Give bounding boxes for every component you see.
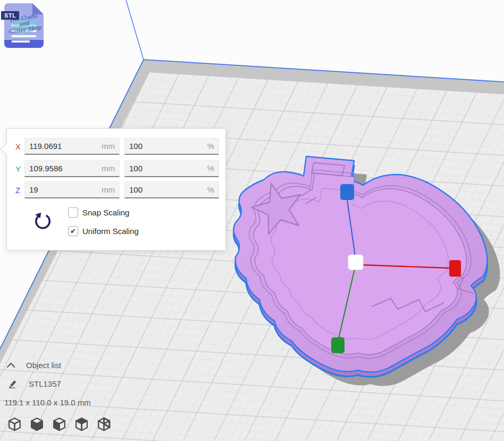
uniform-scaling-label: Uniform Scaling xyxy=(82,227,139,236)
view-3d-button[interactable] xyxy=(7,417,22,431)
scale-row-y: Y mm % xyxy=(15,160,219,177)
stl-file-watermark: The Crafts and Glitter Shop STL xyxy=(4,3,44,48)
reset-arrow-icon xyxy=(33,212,53,231)
object-name: STL1357 xyxy=(29,379,61,388)
unit-label: mm xyxy=(102,185,115,194)
axis-label-y: Y xyxy=(15,164,24,173)
scale-x-mm-field: mm xyxy=(24,138,120,155)
snap-scaling-checkbox[interactable] xyxy=(68,207,78,218)
scale-y-percent-field: % xyxy=(124,160,219,177)
scale-z-percent-field: % xyxy=(124,181,219,198)
camera-view-buttons xyxy=(7,417,111,431)
scale-y-mm-input[interactable] xyxy=(29,164,99,173)
view-left-button[interactable] xyxy=(74,417,89,431)
scale-z-mm-field: mm xyxy=(24,181,120,198)
application-window: The Crafts and Glitter Shop STL X mm % Y… xyxy=(0,0,504,441)
scale-handle-y[interactable] xyxy=(331,337,345,353)
scale-x-percent-field: % xyxy=(124,138,219,155)
scale-row-z: Z mm % xyxy=(15,181,219,198)
scale-z-mm-input[interactable] xyxy=(29,185,99,194)
scale-handle-center[interactable] xyxy=(348,255,363,270)
snap-scaling-label: Snap Scaling xyxy=(82,208,129,217)
scale-x-percent-input[interactable] xyxy=(129,142,205,151)
uniform-scaling-option: ✔ Uniform Scaling xyxy=(68,226,139,236)
scale-y-percent-input[interactable] xyxy=(129,164,205,173)
scale-handle-x[interactable] xyxy=(449,260,461,277)
selected-object-row: STL1357 xyxy=(9,379,61,388)
stl-badge: STL xyxy=(1,11,19,20)
percent-label: % xyxy=(207,142,214,151)
object-dimensions: 119.1 x 110.0 x 19.0 mm xyxy=(4,398,91,407)
percent-label: % xyxy=(207,185,214,194)
scale-z-percent-input[interactable] xyxy=(129,185,205,194)
scale-handle-z[interactable] xyxy=(340,184,354,200)
rename-pencil-icon[interactable] xyxy=(9,379,18,388)
view-right-button[interactable] xyxy=(97,417,111,431)
snap-scaling-option: Snap Scaling xyxy=(68,207,129,218)
axis-label-x: X xyxy=(15,142,24,151)
chevron-up-icon xyxy=(6,362,15,369)
scale-row-x: X mm % xyxy=(15,138,219,155)
unit-label: mm xyxy=(102,164,115,173)
unit-label: mm xyxy=(102,142,115,151)
object-list-toggle[interactable]: Object list xyxy=(6,361,61,370)
object-list-label: Object list xyxy=(26,361,61,370)
scale-y-mm-field: mm xyxy=(24,160,120,177)
view-top-button[interactable] xyxy=(52,417,66,431)
percent-label: % xyxy=(207,164,214,173)
axis-label-z: Z xyxy=(15,186,24,195)
reset-scale-button[interactable] xyxy=(32,211,54,232)
scale-x-mm-input[interactable] xyxy=(29,142,99,151)
scale-tool-panel: X mm % Y mm % Z mm xyxy=(6,128,226,251)
view-front-button[interactable] xyxy=(30,417,44,431)
uniform-scaling-checkbox[interactable]: ✔ xyxy=(68,226,78,236)
